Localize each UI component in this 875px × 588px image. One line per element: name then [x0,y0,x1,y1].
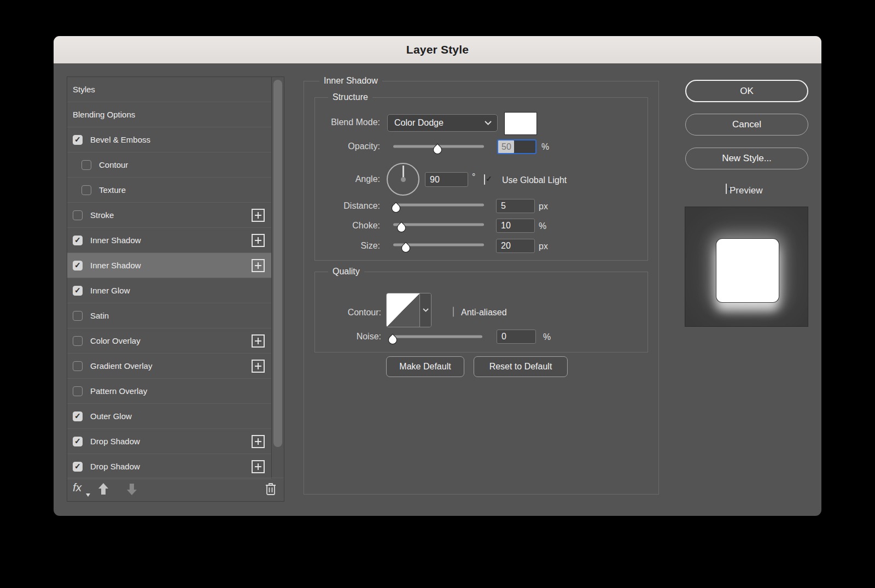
opacity-input[interactable]: 50 [497,139,536,154]
new-style-button[interactable]: New Style... [685,148,808,169]
sidebar-item-gradient-overlay[interactable]: Gradient Overlay [67,354,271,379]
angle-input[interactable]: 90 [425,172,468,187]
use-global-light-checkbox[interactable] [484,174,485,185]
fx-menu-button[interactable]: fx [73,481,81,494]
add-inner-shadow-button[interactable] [252,259,265,272]
inner-shadow-1-checkbox[interactable] [73,236,83,245]
size-unit: px [539,242,548,251]
angle-value: 90 [430,175,440,185]
layer-style-dialog: Layer Style Styles Blending Options Beve… [54,36,821,516]
fx-caret-icon [86,493,90,497]
size-label: Size: [360,241,380,251]
noise-unit: % [543,332,551,342]
sidebar-item-pattern-overlay[interactable]: Pattern Overlay [67,379,271,404]
blend-mode-value: Color Dodge [394,118,444,128]
structure-legend: Structure [328,92,372,102]
size-input[interactable]: 20 [496,239,535,253]
choke-input[interactable]: 10 [496,219,535,233]
sidebar-item-stroke[interactable]: Stroke [67,203,271,228]
sidebar-item-texture[interactable]: Texture [67,178,271,203]
choke-slider[interactable] [393,224,484,226]
blend-mode-select[interactable]: Color Dodge [387,114,498,132]
distance-label: Distance: [343,201,380,211]
noise-slider[interactable] [393,336,482,338]
noise-input[interactable]: 0 [497,330,536,344]
preview-checkbox[interactable] [726,184,727,194]
sidebar-item-inner-glow[interactable]: Inner Glow [67,278,271,303]
contour-thumbnail[interactable] [387,293,419,327]
gradient-overlay-checkbox[interactable] [73,361,83,371]
opacity-unit: % [541,142,549,152]
chevron-down-icon [423,308,429,312]
sidebar-item-blending-options[interactable]: Blending Options [67,102,271,127]
add-inner-shadow-button[interactable] [252,234,265,247]
contour-dropdown-strip[interactable] [419,293,431,327]
effects-list: Styles Blending Options Bevel & Emboss C… [67,77,271,479]
sidebar-item-inner-shadow-2[interactable]: Inner Shadow [67,253,271,278]
inner-shadow-2-checkbox[interactable] [73,261,83,271]
sidebar-item-bevel-emboss[interactable]: Bevel & Emboss [67,127,271,152]
dialog-titlebar[interactable]: Layer Style [54,36,821,63]
add-gradient-overlay-button[interactable] [252,360,265,373]
chevron-down-icon [485,121,492,125]
sidebar-item-styles[interactable]: Styles [67,77,271,102]
pattern-overlay-checkbox[interactable] [73,386,83,396]
sidebar-item-satin[interactable]: Satin [67,303,271,328]
angle-label: Angle: [355,174,380,184]
anti-aliased-checkbox[interactable] [453,307,454,317]
add-drop-shadow-button[interactable] [252,460,265,473]
sidebar-item-contour[interactable]: Contour [67,152,271,178]
quality-legend: Quality [328,267,364,277]
sidebar-item-outer-glow[interactable]: Outer Glow [67,404,271,429]
delete-effect-button[interactable] [264,482,277,496]
blend-mode-label: Blend Mode: [331,117,380,127]
choke-value: 10 [501,221,511,231]
sidebar-item-inner-shadow-1[interactable]: Inner Shadow [67,228,271,253]
opacity-label: Opacity: [348,142,380,151]
distance-slider[interactable] [393,204,484,207]
choke-unit: % [539,221,546,231]
opacity-value: 50 [498,140,514,153]
noise-value: 0 [501,332,506,342]
drop-shadow-1-checkbox[interactable] [73,437,83,446]
anti-aliased-label: Anti-aliased [461,308,507,317]
shadow-color-swatch[interactable] [504,112,537,135]
stroke-checkbox[interactable] [73,210,83,220]
color-overlay-checkbox[interactable] [73,336,83,346]
add-drop-shadow-button[interactable] [252,435,265,448]
styles-sidebar: Styles Blending Options Bevel & Emboss C… [67,77,284,502]
angle-center-dot [401,177,406,182]
preview-glow-square [716,239,779,302]
angle-unit: ° [472,172,475,182]
add-color-overlay-button[interactable] [252,334,265,348]
drop-shadow-2-checkbox[interactable] [73,462,83,472]
contour-picker[interactable] [386,293,431,327]
distance-value: 5 [501,201,506,211]
dialog-title: Layer Style [406,43,469,56]
sidebar-item-drop-shadow-1[interactable]: Drop Shadow [67,429,271,454]
distance-input[interactable]: 5 [496,199,535,213]
scrollbar-thumb[interactable] [273,80,282,447]
sidebar-scrollbar[interactable] [271,77,284,479]
satin-checkbox[interactable] [73,311,83,321]
angle-dial[interactable] [387,163,419,196]
texture-checkbox[interactable] [81,185,91,195]
sidebar-item-color-overlay[interactable]: Color Overlay [67,328,271,354]
add-stroke-button[interactable] [252,209,265,222]
preview-label: Preview [730,185,762,196]
outer-glow-checkbox[interactable] [73,411,83,421]
choke-label: Choke: [352,221,380,231]
move-effect-down-button[interactable] [124,481,139,497]
inner-glow-checkbox[interactable] [73,286,83,296]
move-effect-up-button[interactable] [96,481,111,497]
sidebar-item-drop-shadow-2[interactable]: Drop Shadow [67,454,271,479]
bevel-emboss-checkbox[interactable] [73,135,83,145]
cancel-button[interactable]: Cancel [685,114,808,136]
ok-button[interactable]: OK [685,80,808,102]
make-default-button[interactable]: Make Default [386,356,464,377]
contour-checkbox[interactable] [81,160,91,170]
noise-label: Noise: [357,332,381,342]
size-value: 20 [501,241,511,251]
reset-to-default-button[interactable]: Reset to Default [474,356,568,377]
use-global-light-label: Use Global Light [502,175,567,185]
